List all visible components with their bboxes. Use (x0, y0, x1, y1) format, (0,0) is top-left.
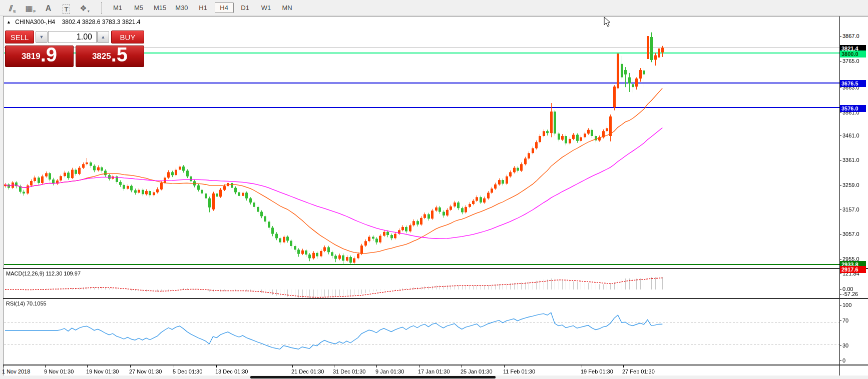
timeframe-h4[interactable]: H4 (215, 2, 234, 13)
date-label: 19 Nov 01:30 (86, 368, 119, 374)
timeframe-h1[interactable]: H1 (194, 2, 213, 13)
volume-increase-button[interactable]: ▲ (97, 31, 109, 43)
drawing-tool-group: ⫽E▦FAT❖▾ (5, 2, 95, 14)
volume-decrease-button[interactable]: ▼ (36, 31, 48, 43)
volume-input[interactable] (48, 31, 97, 43)
date-label: 11 Feb 01:30 (503, 368, 535, 374)
sell-price-pips: .9 (41, 44, 57, 64)
price-tick: 3461.0 (842, 132, 859, 138)
date-tick (130, 366, 131, 368)
collapse-triangle-icon[interactable]: ▲ (7, 20, 11, 24)
timeframe-m1[interactable]: M1 (108, 2, 127, 13)
price-tick: 100 (842, 302, 851, 308)
date-label: 27 Feb 01:30 (622, 368, 655, 374)
price-tick: 70 (842, 318, 848, 324)
price-axis-border (839, 16, 840, 376)
timeframe-m5[interactable]: M5 (129, 2, 148, 13)
chart-header: ▲ CHINA300-,H4 3802.4 3828.6 3783.3 3821… (7, 18, 140, 26)
price-badge: 3676.5 (840, 80, 866, 87)
mouse-cursor (604, 16, 612, 28)
date-tick (376, 366, 377, 368)
buy-price-pips: .5 (111, 44, 128, 64)
equidistant-channel-icon[interactable]: ⫽E (5, 2, 20, 14)
sell-button[interactable]: SELL (5, 30, 34, 44)
price-tick: 3259.0 (842, 182, 859, 188)
price-tick: -57.26 (842, 291, 858, 297)
fibonacci-retracement-icon[interactable]: ▦F (23, 2, 38, 14)
price-tick: 3157.0 (842, 206, 859, 212)
date-label: 27 Nov 01:30 (129, 368, 162, 374)
price-tick: 3057.0 (842, 231, 859, 237)
date-tick (623, 366, 624, 368)
price-tick: 3765.0 (842, 58, 859, 64)
date-label: 19 Feb 01:30 (581, 368, 613, 374)
timeframe-d1[interactable]: D1 (236, 2, 255, 13)
shapes-arrows-icon[interactable]: ❖▾ (77, 2, 92, 14)
macd-label: MACD(12,26,9) 112.30 109.97 (6, 270, 81, 276)
date-tick (87, 366, 88, 368)
macd-rsi-separator[interactable] (3, 298, 868, 299)
date-label: 31 Dec 01:30 (333, 368, 365, 374)
symbol-timeframe: CHINA300-,H4 (15, 18, 55, 26)
price-tick: 30 (842, 342, 848, 348)
price-badge: 3800.0 (840, 50, 866, 58)
date-label: 9 Nov 01:30 (44, 368, 74, 374)
text-icon[interactable]: A (41, 2, 56, 14)
buy-price-main: 3825 (92, 52, 111, 62)
timeframe-group: M1M5M15M30H1H4D1W1MN (107, 2, 298, 13)
sell-price-main: 3819 (22, 52, 41, 62)
timeframe-w1[interactable]: W1 (257, 2, 276, 13)
date-label: 13 Dec 01:30 (215, 368, 248, 374)
date-tick (504, 366, 505, 368)
text-label-icon[interactable]: T (59, 2, 74, 14)
date-label: 9 Jan 01:30 (375, 368, 404, 374)
date-tick (292, 366, 293, 368)
price-tick: 3867.0 (842, 33, 859, 39)
date-tick (174, 366, 174, 368)
rsi-dates-separator (3, 364, 868, 366)
date-tick (45, 366, 46, 368)
buy-button[interactable]: BUY (111, 30, 144, 44)
price-badge: 2917.6 (840, 266, 866, 273)
date-label: 1 Nov 2018 (2, 368, 30, 374)
date-tick (582, 366, 582, 368)
buy-price-button[interactable]: 3825.5 (76, 46, 144, 67)
price-tick: 3361.0 (842, 157, 859, 163)
ohlc-values: 3802.4 3828.6 3783.3 3821.4 (62, 18, 141, 26)
rsi-label: RSI(14) 70.1055 (6, 300, 47, 306)
date-tick (3, 366, 4, 368)
date-label: 25 Jan 01:30 (461, 368, 493, 374)
price-chart-canvas[interactable] (4, 16, 839, 366)
timeframe-m30[interactable]: M30 (172, 2, 191, 13)
one-click-trading-panel: SELL ▼ ▲ BUY 3819.9 3825.5 (4, 30, 146, 67)
taskbar-fragment (250, 376, 496, 378)
date-tick (216, 366, 217, 368)
price-badge: 3576.0 (840, 105, 866, 112)
toolbar: ⫽E▦FAT❖▾ M1M5M15M30H1H4D1W1MN (0, 0, 868, 16)
price-tick: 0 (842, 358, 845, 364)
date-tick (462, 366, 462, 368)
date-label: 5 Dec 01:30 (173, 368, 202, 374)
sell-price-button[interactable]: 3819.9 (5, 46, 74, 67)
main-macd-separator[interactable] (3, 268, 868, 269)
toolbar-separator (101, 2, 102, 14)
date-tick (334, 366, 334, 368)
date-tick (419, 366, 419, 368)
timeframe-m15[interactable]: M15 (150, 2, 170, 13)
date-label: 17 Jan 01:30 (418, 368, 450, 374)
timeframe-mn[interactable]: MN (278, 2, 297, 13)
date-label: 21 Dec 01:30 (291, 368, 324, 374)
